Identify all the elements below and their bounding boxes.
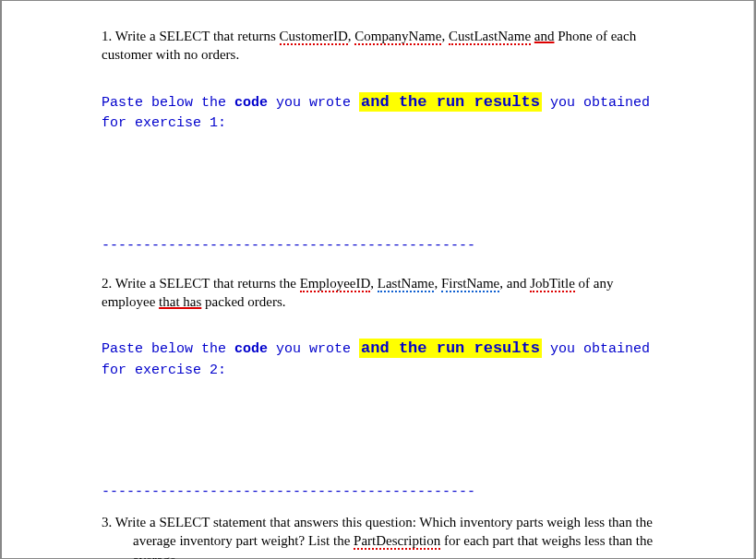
spellcheck-word: CustLastName — [449, 29, 531, 45]
text-bold: code — [234, 341, 268, 357]
text: 1. Write a SELECT that returns — [102, 29, 280, 43]
text: packed orders. — [201, 294, 285, 309]
spellcheck-word: CustomerID — [280, 29, 348, 45]
text: , — [441, 29, 449, 43]
document-page: 1. Write a SELECT that returns CustomerI… — [2, 1, 754, 558]
text-bold: code — [234, 95, 268, 111]
text: for each part that weighs less than the — [440, 533, 653, 548]
exercise-3-prompt: 3. Write a SELECT statement that answers… — [102, 513, 665, 559]
exercise-1-prompt: 1. Write a SELECT that returns CustomerI… — [102, 27, 665, 65]
text: Paste below the — [102, 95, 234, 111]
text: you wrote — [268, 95, 359, 111]
text: you wrote — [268, 341, 359, 357]
spellcheck-word: JobTitle — [530, 276, 575, 292]
text: Paste below the — [102, 341, 234, 357]
paste-instruction-1: Paste below the code you wrote and the r… — [102, 90, 665, 135]
text: 2. Write a SELECT that returns the — [102, 276, 300, 291]
text-line: 3. Write a SELECT statement that answers… — [102, 513, 665, 531]
spellcheck-word: EmployeeID — [300, 276, 371, 292]
separator: ----------------------------------------… — [102, 484, 665, 500]
grammar-word: and — [534, 29, 555, 43]
text-line: average. — [102, 551, 665, 560]
grammar-word: that has — [159, 294, 201, 309]
highlighted-text: and the run results — [359, 92, 542, 112]
highlighted-text: and the run results — [359, 339, 542, 358]
paste-instruction-2: Paste below the code you wrote and the r… — [102, 337, 665, 381]
text: , — [370, 276, 378, 291]
exercise-2-prompt: 2. Write a SELECT that returns the Emplo… — [102, 274, 665, 312]
separator: ----------------------------------------… — [102, 238, 665, 254]
spellcheck-word: CompanyName — [354, 29, 441, 45]
text: , and — [499, 276, 530, 291]
text-line: average inventory part weight? List the … — [102, 531, 665, 550]
spellcheck-word: LastName — [378, 276, 435, 292]
spellcheck-word: PartDescription — [354, 533, 440, 550]
text: average inventory part weight? List the — [133, 533, 354, 548]
spellcheck-word: FirstName — [441, 276, 499, 292]
text: , — [434, 276, 441, 291]
